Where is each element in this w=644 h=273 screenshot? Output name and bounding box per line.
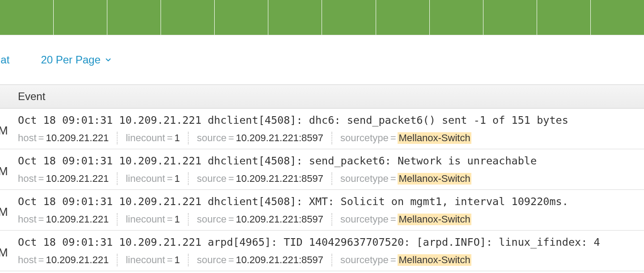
event-meta-field[interactable]: sourcetype = Mellanox-Switch	[340, 132, 471, 144]
event-meta-field[interactable]: host = 10.209.21.221	[18, 254, 109, 266]
time-column-fragment: M	[0, 164, 8, 178]
timeline-bar[interactable]	[483, 0, 537, 35]
meta-value[interactable]: 10.209.21.221:8597	[236, 132, 323, 144]
event-meta-field[interactable]: host = 10.209.21.221	[18, 173, 109, 185]
event-meta-field[interactable]: sourcetype = Mellanox-Switch	[340, 214, 471, 225]
meta-value[interactable]: 1	[174, 132, 180, 144]
meta-value[interactable]: 10.209.21.221	[46, 254, 109, 266]
meta-key: linecount	[126, 173, 165, 185]
meta-equals: =	[228, 254, 234, 266]
meta-equals: =	[228, 173, 234, 185]
timeline-bar[interactable]	[214, 0, 268, 35]
event-raw-text[interactable]: Oct 18 09:01:31 10.209.21.221 dhclient[4…	[18, 195, 644, 208]
column-header-event[interactable]: Event	[18, 90, 45, 102]
event-raw-text[interactable]: Oct 18 09:01:31 10.209.21.221 dhclient[4…	[18, 114, 644, 126]
timeline-bar[interactable]	[161, 0, 214, 35]
meta-value[interactable]: 10.209.21.221	[46, 132, 109, 144]
timeline-bar[interactable]	[107, 0, 161, 35]
events-table-header: Event	[0, 84, 644, 109]
meta-equals: =	[38, 173, 44, 185]
event-row: MOct 18 09:01:31 10.209.21.221 arpd[4965…	[0, 231, 644, 271]
meta-separator	[117, 254, 118, 266]
meta-separator	[117, 213, 118, 226]
meta-equals: =	[38, 132, 44, 144]
chevron-down-icon	[104, 56, 112, 64]
meta-separator	[331, 132, 332, 144]
event-meta: host = 10.209.21.221linecount = 1source …	[18, 254, 644, 266]
timeline-bar[interactable]	[429, 0, 483, 35]
time-column-fragment: M	[0, 124, 8, 138]
meta-value[interactable]: 10.209.21.221:8597	[236, 214, 323, 225]
meta-value[interactable]: 1	[174, 254, 180, 266]
event-meta-field[interactable]: source = 10.209.21.221:8597	[197, 254, 323, 266]
per-page-label: 20 Per Page	[41, 54, 100, 66]
event-meta-field[interactable]: linecount = 1	[126, 254, 180, 266]
format-link[interactable]: nat	[0, 54, 9, 66]
timeline-bar[interactable]	[0, 0, 53, 35]
meta-key: sourcetype	[340, 254, 389, 266]
meta-value[interactable]: 10.209.21.221:8597	[236, 173, 323, 185]
meta-key: source	[197, 132, 226, 144]
event-meta-field[interactable]: source = 10.209.21.221:8597	[197, 173, 323, 185]
timeline-bar[interactable]	[376, 0, 429, 35]
meta-key: sourcetype	[340, 214, 389, 225]
meta-value[interactable]: 1	[174, 214, 180, 225]
meta-separator	[117, 172, 118, 185]
meta-key: host	[18, 254, 37, 266]
timeline-bar[interactable]	[537, 0, 590, 35]
meta-value[interactable]: Mellanox-Switch	[398, 254, 471, 266]
event-meta-field[interactable]: sourcetype = Mellanox-Switch	[340, 254, 471, 266]
meta-value[interactable]: Mellanox-Switch	[398, 214, 471, 225]
meta-equals: =	[38, 214, 44, 225]
meta-separator	[331, 254, 332, 266]
time-column-fragment: M	[0, 205, 8, 219]
results-controls: nat 20 Per Page	[0, 35, 644, 84]
meta-value[interactable]: 1	[174, 173, 180, 185]
event-meta: host = 10.209.21.221linecount = 1source …	[18, 213, 644, 226]
meta-equals: =	[390, 214, 396, 225]
meta-separator	[188, 213, 189, 226]
event-timeline[interactable]	[0, 0, 644, 35]
meta-separator	[331, 172, 332, 185]
event-meta: host = 10.209.21.221linecount = 1source …	[18, 132, 644, 144]
meta-equals: =	[390, 173, 396, 185]
meta-value[interactable]: Mellanox-Switch	[398, 132, 471, 144]
event-meta-field[interactable]: host = 10.209.21.221	[18, 214, 109, 225]
event-row: MOct 18 09:01:31 10.209.21.221 dhclient[…	[0, 109, 644, 149]
meta-key: source	[197, 254, 226, 266]
event-meta-field[interactable]: linecount = 1	[126, 214, 180, 225]
timeline-bar[interactable]	[590, 0, 644, 35]
meta-value[interactable]: 10.209.21.221	[46, 173, 109, 185]
per-page-dropdown[interactable]: 20 Per Page	[41, 54, 112, 66]
timeline-bar[interactable]	[268, 0, 322, 35]
event-meta-field[interactable]: host = 10.209.21.221	[18, 132, 109, 144]
meta-value[interactable]: Mellanox-Switch	[398, 173, 471, 185]
meta-equals: =	[167, 214, 173, 225]
timeline-bar[interactable]	[53, 0, 107, 35]
event-meta-field[interactable]: sourcetype = Mellanox-Switch	[340, 173, 471, 185]
meta-equals: =	[167, 132, 173, 144]
timeline-bar[interactable]	[322, 0, 375, 35]
event-meta-field[interactable]: linecount = 1	[126, 173, 180, 185]
time-column-fragment: M	[0, 246, 8, 260]
meta-equals: =	[228, 214, 234, 225]
meta-key: sourcetype	[340, 132, 389, 144]
meta-value[interactable]: 10.209.21.221	[46, 214, 109, 225]
meta-key: source	[197, 173, 226, 185]
meta-equals: =	[38, 254, 44, 266]
meta-equals: =	[167, 173, 173, 185]
meta-value[interactable]: 10.209.21.221:8597	[236, 254, 323, 266]
meta-key: source	[197, 214, 226, 225]
meta-key: linecount	[126, 214, 165, 225]
event-raw-text[interactable]: Oct 18 09:01:31 10.209.21.221 dhclient[4…	[18, 155, 644, 167]
meta-key: sourcetype	[340, 173, 389, 185]
meta-equals: =	[167, 254, 173, 266]
event-row: MOct 18 09:01:31 10.209.21.221 dhclient[…	[0, 190, 644, 231]
events-list: MOct 18 09:01:31 10.209.21.221 dhclient[…	[0, 109, 644, 271]
event-meta-field[interactable]: source = 10.209.21.221:8597	[197, 214, 323, 225]
event-meta-field[interactable]: source = 10.209.21.221:8597	[197, 132, 323, 144]
event-raw-text[interactable]: Oct 18 09:01:31 10.209.21.221 arpd[4965]…	[18, 236, 644, 248]
event-meta: host = 10.209.21.221linecount = 1source …	[18, 172, 644, 185]
meta-separator	[188, 172, 189, 185]
event-meta-field[interactable]: linecount = 1	[126, 132, 180, 144]
